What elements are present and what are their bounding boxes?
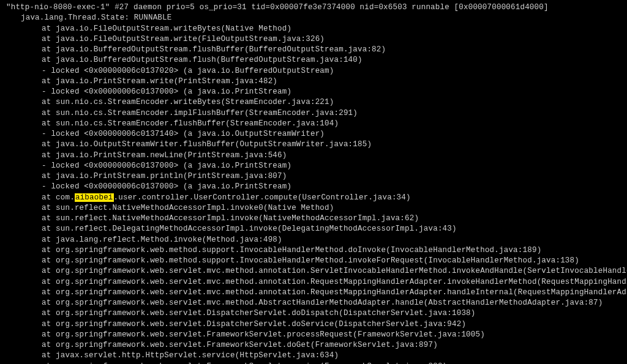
thread-header: "http-nio-8080-exec-1" #27 daemon prio=5… [6,2,627,13]
stack-line: - locked <0x00000006c0137000> (a java.io… [6,87,627,97]
stack-line: at java.io.BufferedOutputStream.flush(Bu… [6,55,627,65]
highlighted-text: aibaobei [75,193,114,202]
stack-line: at sun.nio.cs.StreamEncoder.writeBytes(S… [6,97,627,108]
stack-line: at javax.servlet.http.HttpServlet.servic… [6,351,627,361]
stack-line: at org.springframework.web.method.suppor… [6,245,627,256]
stack-line: at java.lang.reflect.Method.invoke(Metho… [6,235,627,245]
stack-line: at sun.reflect.NativeMethodAccessorImpl.… [6,214,627,224]
stack-line: at java.io.PrintStream.newLine(PrintStre… [6,150,627,161]
stack-text: .user.controller.UserController.compute(… [114,193,411,202]
stack-line: at java.io.OutputStreamWriter.flushBuffe… [6,139,627,150]
stack-line: at org.springframework.web.servlet.mvc.m… [6,277,627,288]
stack-line: at org.springframework.web.servlet.Frame… [6,330,627,340]
stack-line: - locked <0x00000006c0137140> (a java.io… [6,129,627,139]
stack-line: at sun.nio.cs.StreamEncoder.flushBuffer(… [6,119,627,129]
stack-line: at org.springframework.web.servlet.Dispa… [6,308,627,319]
stack-line: at sun.reflect.DelegatingMethodAccessorI… [6,224,627,234]
thread-state: java.lang.Thread.State: RUNNABLE [6,13,627,23]
stack-line: at java.io.PrintStream.write(PrintStream… [6,76,627,87]
stack-line: at org.springframework.web.servlet.mvc.m… [6,288,627,298]
stack-line: at org.springframework.web.servlet.Frame… [6,340,627,351]
stack-line: at java.io.BufferedOutputStream.flushBuf… [6,45,627,55]
stack-line: - locked <0x00000006c0137020> (a java.io… [6,66,627,76]
stack-line: at com.aibaobei.user.controller.UserCont… [6,193,627,203]
stack-line: at sun.reflect.NativeMethodAccessorImpl.… [6,203,627,214]
stack-trace: at java.io.FileOutputStream.writeBytes(N… [6,24,627,365]
stack-line: at org.springframework.web.servlet.Dispa… [6,319,627,330]
stack-line: at java.io.PrintStream.println(PrintStre… [6,171,627,182]
stack-line: at org.springframework.web.servlet.mvc.m… [6,266,627,277]
stack-text: at com. [42,193,75,202]
stack-line: - locked <0x00000006c0137000> (a java.io… [6,161,627,171]
stack-line: at org.springframework.web.servlet.Frame… [6,362,627,365]
stack-line: at sun.nio.cs.StreamEncoder.implFlushBuf… [6,108,627,119]
stack-line: - locked <0x00000006c0137000> (a java.io… [6,182,627,192]
stack-line: at java.io.FileOutputStream.write(FileOu… [6,34,627,45]
stack-line: at org.springframework.web.method.suppor… [6,256,627,266]
stack-line: at java.io.FileOutputStream.writeBytes(N… [6,24,627,34]
stack-line: at org.springframework.web.servlet.mvc.m… [6,298,627,308]
